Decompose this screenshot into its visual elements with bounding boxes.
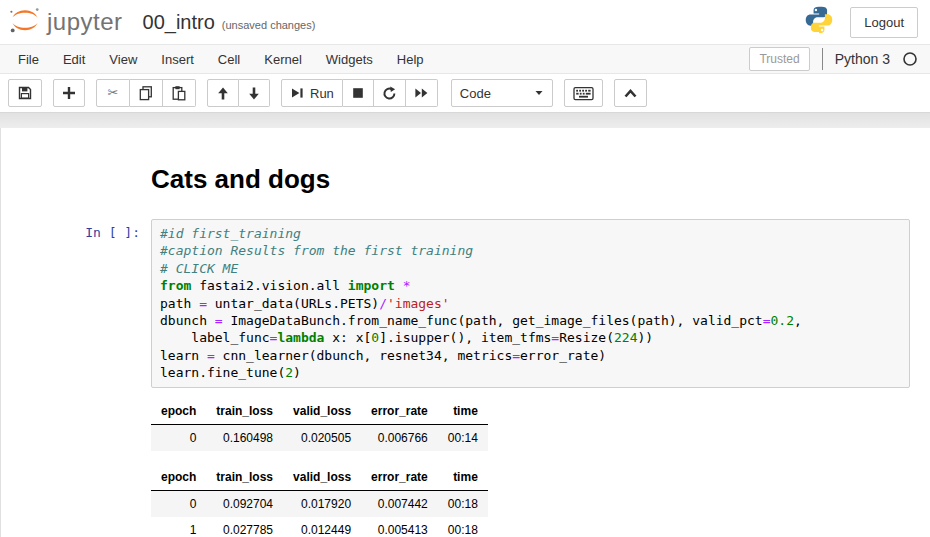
menu-item-widgets[interactable]: Widgets: [314, 46, 385, 73]
add-cell-button[interactable]: [53, 79, 85, 107]
toolbar-button-group: [207, 79, 270, 107]
add-cell-icon: [62, 86, 76, 100]
scroll-up-icon: [623, 87, 638, 100]
column-header-train_loss: train_loss: [206, 398, 283, 425]
menu-item-cell[interactable]: Cell: [206, 46, 252, 73]
code-line: from fastai2.vision.all import *: [160, 277, 901, 294]
output-area: epochtrain_lossvalid_losserror_ratetime0…: [151, 398, 910, 537]
menu-item-kernel[interactable]: Kernel: [252, 46, 314, 73]
toolbar-button-group: [53, 79, 85, 107]
table-cell: 0.006766: [361, 424, 438, 451]
move-down-icon: [247, 86, 261, 101]
menu-item-file[interactable]: File: [6, 46, 51, 73]
menu-item-edit[interactable]: Edit: [51, 46, 97, 73]
table-cell: 00:18: [438, 517, 488, 537]
command-palette-button[interactable]: [564, 79, 603, 107]
table-cell: 0.027785: [206, 517, 283, 537]
jupyter-logo[interactable]: jupyter: [8, 6, 123, 38]
run-button-label: Run: [310, 86, 334, 101]
checkpoint-status: (unsaved changes): [222, 14, 316, 31]
code-line: #id first_training: [160, 225, 901, 242]
menu-item-help[interactable]: Help: [385, 46, 436, 73]
logout-button[interactable]: Logout: [850, 7, 918, 38]
kernel-separator: [822, 48, 823, 70]
column-header-epoch: epoch: [151, 398, 206, 425]
cut-button[interactable]: ✂: [96, 79, 130, 107]
kernel-idle-icon: [902, 51, 918, 67]
header: jupyter 00_intro (unsaved changes) Logou…: [0, 0, 930, 44]
code-line: learn = cnn_learner(dbunch, resnet34, me…: [160, 347, 901, 364]
page-background-strip: [0, 112, 930, 128]
notebook-title[interactable]: 00_intro: [143, 11, 215, 34]
move-down-button[interactable]: [239, 79, 270, 107]
restart-icon: [382, 86, 397, 101]
move-up-icon: [216, 86, 230, 101]
command-palette-icon: [573, 86, 594, 101]
fast-forward-icon: [414, 86, 429, 100]
menubar: FileEditViewInsertCellKernelWidgetsHelp …: [0, 44, 930, 74]
input-prompt: In [ ]:: [1, 219, 151, 240]
save-icon: [17, 85, 33, 101]
code-area: #id first_training#caption Results from …: [160, 225, 901, 382]
fast-forward-button[interactable]: [406, 79, 438, 107]
column-header-error_rate: error_rate: [361, 464, 438, 491]
caret-down-icon: [534, 86, 544, 101]
code-line: learn.fine_tune(2): [160, 364, 901, 381]
table-cell: 1: [151, 517, 206, 537]
table-cell: 0.092704: [206, 490, 283, 517]
column-header-valid_loss: valid_loss: [283, 464, 361, 491]
training-results-table-1: epochtrain_lossvalid_losserror_ratetime0…: [151, 398, 488, 451]
toolbar-groups: ✂Run: [8, 79, 438, 107]
paste-button[interactable]: [163, 79, 196, 107]
copy-button[interactable]: [130, 79, 163, 107]
toolbar: ✂Run Code: [0, 74, 930, 112]
save-button[interactable]: [8, 79, 42, 107]
table-cell: 0.160498: [206, 424, 283, 451]
column-header-epoch: epoch: [151, 464, 206, 491]
table-row: 10.0277850.0124490.00541300:18: [151, 517, 488, 537]
table-cell: 00:18: [438, 490, 488, 517]
toolbar-button-group: [614, 79, 647, 107]
cell-type-dropdown[interactable]: Code: [451, 79, 553, 107]
table-cell: 0: [151, 424, 206, 451]
python-logo-icon: [804, 5, 834, 39]
move-up-button[interactable]: [207, 79, 239, 107]
table-cell: 0.020505: [283, 424, 361, 451]
kernel-name: Python 3: [835, 51, 890, 67]
table-row: 00.1604980.0205050.00676600:14: [151, 424, 488, 451]
run-button[interactable]: Run: [281, 79, 343, 107]
training-results-table-2: epochtrain_lossvalid_losserror_ratetime0…: [151, 464, 488, 537]
toolbar-button-group: Run: [281, 79, 438, 107]
toolbar-button-group: [564, 79, 603, 107]
trusted-button[interactable]: Trusted: [749, 47, 809, 71]
table-cell: 00:14: [438, 424, 488, 451]
cut-icon: ✂: [105, 85, 121, 101]
cell-type-value: Code: [460, 86, 491, 101]
markdown-heading[interactable]: Cats and dogs: [151, 164, 910, 195]
code-editor[interactable]: #id first_training#caption Results from …: [151, 219, 910, 388]
code-line: #caption Results from the first training: [160, 242, 901, 259]
column-header-valid_loss: valid_loss: [283, 398, 361, 425]
toolbar-button-group: ✂: [96, 79, 196, 107]
code-cell[interactable]: In [ ]: #id first_training#caption Resul…: [1, 219, 930, 388]
notebook-area: Cats and dogs In [ ]: #id first_training…: [0, 128, 930, 537]
menu-item-insert[interactable]: Insert: [149, 46, 206, 73]
svg-text:✂: ✂: [108, 85, 119, 100]
column-header-error_rate: error_rate: [361, 398, 438, 425]
code-line: label_func=lambda x: x[0].isupper(), ite…: [160, 329, 901, 346]
table-row: 00.0927040.0179200.00744200:18: [151, 490, 488, 517]
menu-item-view[interactable]: View: [97, 46, 149, 73]
stop-button[interactable]: [343, 79, 374, 107]
table-cell: 0.017920: [283, 490, 361, 517]
jupyter-logo-text: jupyter: [47, 8, 123, 36]
column-header-time: time: [438, 398, 488, 425]
scroll-up-button[interactable]: [614, 79, 647, 107]
paste-icon: [171, 85, 187, 101]
restart-button[interactable]: [374, 79, 406, 107]
table-cell: 0.007442: [361, 490, 438, 517]
code-line: path = untar_data(URLs.PETS)/'images': [160, 295, 901, 312]
table-cell: 0.005413: [361, 517, 438, 537]
code-line: dbunch = ImageDataBunch.from_name_func(p…: [160, 312, 901, 329]
toolbar-button-group: [8, 79, 42, 107]
menubar-items: FileEditViewInsertCellKernelWidgetsHelp: [6, 46, 436, 73]
